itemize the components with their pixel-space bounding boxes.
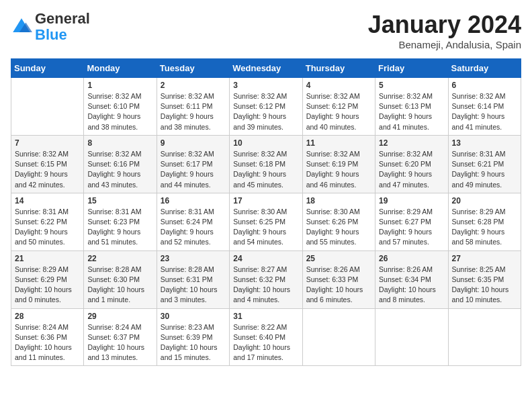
day-number: 23 [161,254,226,263]
day-number: 25 [306,254,371,263]
day-info: Sunrise: 8:31 AM Sunset: 6:23 PM Dayligh… [87,207,152,248]
day-cell: 23Sunrise: 8:28 AM Sunset: 6:31 PM Dayli… [157,250,229,308]
day-cell: 9Sunrise: 8:32 AM Sunset: 6:17 PM Daylig… [157,135,229,193]
week-row-3: 14Sunrise: 8:31 AM Sunset: 6:22 PM Dayli… [11,193,521,250]
day-info: Sunrise: 8:28 AM Sunset: 6:30 PM Dayligh… [87,265,152,306]
day-header-tuesday: Tuesday [157,59,229,78]
calendar-table: SundayMondayTuesdayWednesdayThursdayFrid… [11,58,521,366]
day-info: Sunrise: 8:25 AM Sunset: 6:35 PM Dayligh… [452,265,517,306]
day-cell: 31Sunrise: 8:22 AM Sunset: 6:40 PM Dayli… [230,308,302,366]
day-number: 20 [452,196,517,205]
week-row-4: 21Sunrise: 8:29 AM Sunset: 6:29 PM Dayli… [11,250,521,308]
day-cell [375,308,448,366]
day-number: 4 [306,81,371,90]
day-number: 29 [87,312,152,321]
day-info: Sunrise: 8:24 AM Sunset: 6:37 PM Dayligh… [87,322,152,363]
day-cell: 19Sunrise: 8:29 AM Sunset: 6:27 PM Dayli… [375,193,448,250]
logo: General Blue [11,11,90,43]
day-number: 18 [306,196,371,205]
day-number: 28 [15,312,80,321]
day-number: 5 [379,81,444,90]
day-number: 31 [233,312,298,321]
day-info: Sunrise: 8:24 AM Sunset: 6:36 PM Dayligh… [15,322,80,363]
location: Benameji, Andalusia, Spain [368,39,521,50]
day-cell: 1Sunrise: 8:32 AM Sunset: 6:10 PM Daylig… [84,78,157,136]
logo-blue: Blue [35,26,67,43]
day-cell: 17Sunrise: 8:30 AM Sunset: 6:25 PM Dayli… [230,193,302,250]
day-cell: 28Sunrise: 8:24 AM Sunset: 6:36 PM Dayli… [11,308,84,366]
day-info: Sunrise: 8:30 AM Sunset: 6:26 PM Dayligh… [306,207,371,248]
day-header-saturday: Saturday [448,59,521,78]
logo-icon [11,16,32,38]
day-cell: 14Sunrise: 8:31 AM Sunset: 6:22 PM Dayli… [11,193,84,250]
day-number: 24 [233,254,298,263]
day-cell: 16Sunrise: 8:31 AM Sunset: 6:24 PM Dayli… [157,193,229,250]
day-number: 1 [87,81,152,90]
day-info: Sunrise: 8:32 AM Sunset: 6:18 PM Dayligh… [233,149,298,190]
day-info: Sunrise: 8:32 AM Sunset: 6:20 PM Dayligh… [379,149,444,190]
day-number: 9 [161,138,226,148]
day-number: 15 [87,196,152,205]
day-header-row: SundayMondayTuesdayWednesdayThursdayFrid… [11,59,521,78]
day-cell: 21Sunrise: 8:29 AM Sunset: 6:29 PM Dayli… [11,250,84,308]
month-title: January 2024 [368,11,521,39]
day-header-sunday: Sunday [11,59,84,78]
day-info: Sunrise: 8:32 AM Sunset: 6:14 PM Dayligh… [452,91,517,132]
day-number: 16 [161,196,226,205]
page-header: General Blue January 2024 Benameji, Anda… [11,11,521,50]
day-cell: 24Sunrise: 8:27 AM Sunset: 6:32 PM Dayli… [230,250,302,308]
day-number: 17 [233,196,298,205]
day-info: Sunrise: 8:22 AM Sunset: 6:40 PM Dayligh… [233,322,298,363]
day-info: Sunrise: 8:32 AM Sunset: 6:12 PM Dayligh… [306,91,371,132]
day-info: Sunrise: 8:31 AM Sunset: 6:24 PM Dayligh… [161,207,226,248]
day-cell: 8Sunrise: 8:32 AM Sunset: 6:16 PM Daylig… [84,135,157,193]
day-info: Sunrise: 8:31 AM Sunset: 6:21 PM Dayligh… [452,149,517,190]
day-cell: 15Sunrise: 8:31 AM Sunset: 6:23 PM Dayli… [84,193,157,250]
day-cell: 12Sunrise: 8:32 AM Sunset: 6:20 PM Dayli… [375,135,448,193]
logo-text: General Blue [35,11,90,43]
day-info: Sunrise: 8:29 AM Sunset: 6:28 PM Dayligh… [452,207,517,248]
day-info: Sunrise: 8:32 AM Sunset: 6:19 PM Dayligh… [306,149,371,190]
day-info: Sunrise: 8:32 AM Sunset: 6:12 PM Dayligh… [233,91,298,132]
day-info: Sunrise: 8:31 AM Sunset: 6:22 PM Dayligh… [15,207,80,248]
day-info: Sunrise: 8:32 AM Sunset: 6:15 PM Dayligh… [15,149,80,190]
day-number: 13 [452,138,517,148]
day-number: 21 [15,254,80,263]
day-info: Sunrise: 8:23 AM Sunset: 6:39 PM Dayligh… [161,322,226,363]
day-cell: 11Sunrise: 8:32 AM Sunset: 6:19 PM Dayli… [302,135,375,193]
day-header-friday: Friday [375,59,448,78]
day-cell: 29Sunrise: 8:24 AM Sunset: 6:37 PM Dayli… [84,308,157,366]
day-cell: 27Sunrise: 8:25 AM Sunset: 6:35 PM Dayli… [448,250,521,308]
day-cell: 22Sunrise: 8:28 AM Sunset: 6:30 PM Dayli… [84,250,157,308]
title-block: January 2024 Benameji, Andalusia, Spain [368,11,521,50]
day-number: 19 [379,196,444,205]
day-cell: 18Sunrise: 8:30 AM Sunset: 6:26 PM Dayli… [302,193,375,250]
week-row-2: 7Sunrise: 8:32 AM Sunset: 6:15 PM Daylig… [11,135,521,193]
day-number: 3 [233,81,298,90]
day-number: 14 [15,196,80,205]
day-number: 10 [233,138,298,148]
day-info: Sunrise: 8:26 AM Sunset: 6:34 PM Dayligh… [379,265,444,306]
day-number: 8 [87,138,152,148]
day-cell [11,78,84,136]
day-cell: 25Sunrise: 8:26 AM Sunset: 6:33 PM Dayli… [302,250,375,308]
day-cell: 4Sunrise: 8:32 AM Sunset: 6:12 PM Daylig… [302,78,375,136]
day-cell: 6Sunrise: 8:32 AM Sunset: 6:14 PM Daylig… [448,78,521,136]
day-info: Sunrise: 8:29 AM Sunset: 6:29 PM Dayligh… [15,265,80,306]
day-number: 12 [379,138,444,148]
day-cell: 3Sunrise: 8:32 AM Sunset: 6:12 PM Daylig… [230,78,302,136]
day-number: 2 [161,81,226,90]
day-info: Sunrise: 8:27 AM Sunset: 6:32 PM Dayligh… [233,265,298,306]
day-number: 6 [452,81,517,90]
day-cell: 2Sunrise: 8:32 AM Sunset: 6:11 PM Daylig… [157,78,229,136]
logo-general: General [35,10,90,27]
day-info: Sunrise: 8:30 AM Sunset: 6:25 PM Dayligh… [233,207,298,248]
day-number: 7 [15,138,80,148]
day-cell: 26Sunrise: 8:26 AM Sunset: 6:34 PM Dayli… [375,250,448,308]
week-row-5: 28Sunrise: 8:24 AM Sunset: 6:36 PM Dayli… [11,308,521,366]
day-cell [448,308,521,366]
week-row-1: 1Sunrise: 8:32 AM Sunset: 6:10 PM Daylig… [11,78,521,136]
day-info: Sunrise: 8:32 AM Sunset: 6:11 PM Dayligh… [161,91,226,132]
day-cell: 13Sunrise: 8:31 AM Sunset: 6:21 PM Dayli… [448,135,521,193]
day-cell: 10Sunrise: 8:32 AM Sunset: 6:18 PM Dayli… [230,135,302,193]
